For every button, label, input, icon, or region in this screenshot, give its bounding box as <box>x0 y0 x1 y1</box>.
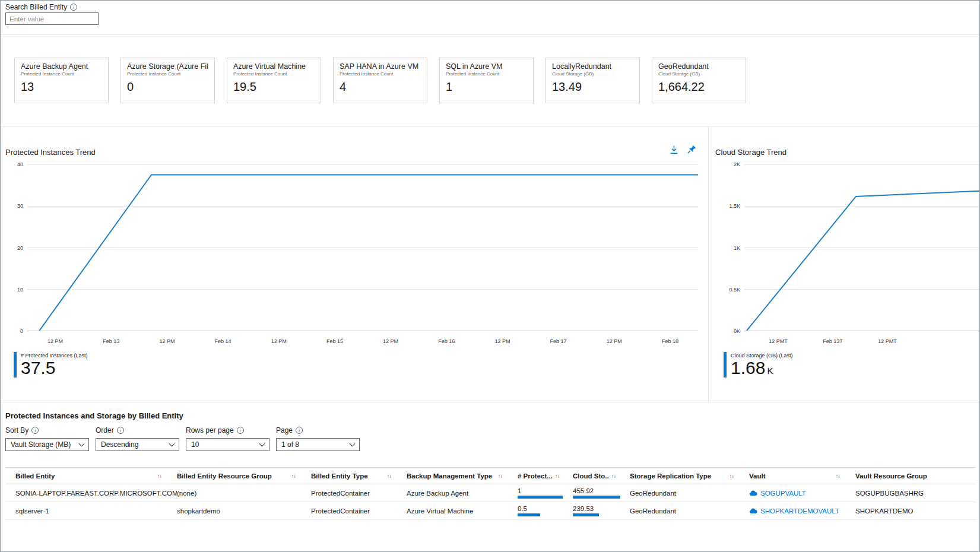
search-label-text: Search Billed Entity <box>5 3 67 11</box>
filter-rows-per-page: Rows per page i 10 <box>186 426 269 451</box>
sort-icon[interactable]: ↑↓ <box>291 472 296 479</box>
sort-icon[interactable]: ↑↓ <box>387 472 392 479</box>
card-title: SAP HANA in Azure VM <box>340 62 421 71</box>
page-dropdown[interactable]: 1 of 8 <box>276 438 360 451</box>
x-tick: Feb 17 <box>531 338 586 344</box>
search-input[interactable] <box>5 12 99 25</box>
rows-per-page-dropdown[interactable]: 10 <box>186 438 269 451</box>
legend-value: 37.5 <box>21 359 88 377</box>
resource-group-cell: (none) <box>177 490 311 497</box>
chart2-legend: Cloud Storage (GB) (Last) 1.68K <box>724 352 793 377</box>
pin-icon[interactable] <box>687 144 697 157</box>
chart1-plot-area <box>27 164 698 331</box>
filter-page: Page i 1 of 8 <box>276 426 360 451</box>
kpi-card-sql-in-vm: SQL in Azure VM Protected Instance Count… <box>439 58 534 103</box>
chart1-legend: # Protected Instances (Last) 37.5 <box>14 352 88 377</box>
order-dropdown[interactable]: Descending <box>96 438 179 451</box>
dropdown-value: 1 of 8 <box>281 440 299 449</box>
card-subtitle: Cloud Storage (GB) <box>552 71 633 77</box>
backup-report-page: Search Billed Entity i Azure Backup Agen… <box>0 0 980 552</box>
legend-value-unit: K <box>767 366 773 376</box>
sort-icon[interactable]: ↑↓ <box>157 472 162 479</box>
legend-value-number: 1.68 <box>731 358 765 377</box>
chart2-title: Cloud Storage Trend <box>715 148 786 157</box>
chart2-plot-area <box>744 164 979 331</box>
y-tick: 40 <box>17 161 23 167</box>
col-backup-mgmt-type-header[interactable]: Backup Management Type↑↓ <box>407 472 518 480</box>
x-tick: 12 PM <box>251 338 307 344</box>
card-value: 1,664.22 <box>658 80 740 94</box>
chevron-down-icon <box>169 440 175 446</box>
resource-group-cell: shopkartdemo <box>177 507 311 515</box>
protected-count-cell: 1 <box>518 487 573 499</box>
kpi-card-azure-backup-agent: Azure Backup Agent Protected Instance Co… <box>14 58 109 103</box>
entity-type-cell: ProtectedContainer <box>311 507 407 515</box>
legend-marker <box>14 352 17 377</box>
sort-icon[interactable]: ↑↓ <box>498 472 503 479</box>
sort-icon[interactable]: ↑↓ <box>555 472 560 479</box>
dropdown-value: Vault Storage (MB) <box>11 440 71 449</box>
col-replication-type-header[interactable]: Storage Replication Type↑↓ <box>630 472 749 480</box>
chart2-x-axis: 12 PMT Feb 13T 12 PMT <box>751 338 915 344</box>
billed-entity-cell: SONIA-LAPTOP.FAREAST.CORP.MICROSOFT.COM <box>15 490 177 497</box>
chart2-y-axis: 2K 1.5K 1K 0.5K 0K <box>722 164 740 331</box>
card-title: SQL in Azure VM <box>446 62 527 71</box>
col-entity-type-header[interactable]: Billed Entity Type↑↓ <box>311 472 407 480</box>
data-bar <box>573 513 599 516</box>
sort-by-dropdown[interactable]: Vault Storage (MB) <box>5 438 89 451</box>
filter-order: Order i Descending <box>96 426 179 451</box>
card-subtitle: Cloud Storage (GB) <box>658 71 740 77</box>
dropdown-value: Descending <box>101 440 138 449</box>
y-tick: 20 <box>17 245 23 251</box>
info-icon[interactable]: i <box>296 427 303 434</box>
x-tick: Feb 14 <box>195 338 251 344</box>
chart1-line-series <box>27 164 698 331</box>
col-vault-resource-group-header[interactable]: Vault Resource Group <box>855 472 976 480</box>
kpi-card-locally-redundant: LocallyRedundant Cloud Storage (GB) 13.4… <box>545 58 640 103</box>
table-row: sqlserver-1 shopkartdemo ProtectedContai… <box>5 502 976 520</box>
kpi-card-azure-storage: Azure Storage (Azure Fil... Protected In… <box>120 58 215 103</box>
sort-icon[interactable]: ↑↓ <box>611 472 616 479</box>
vault-link[interactable]: SOGUPVAULT <box>749 490 855 497</box>
col-resource-group-header[interactable]: Billed Entity Resource Group↑↓ <box>177 472 311 480</box>
filter-sort-by: Sort By i Vault Storage (MB) <box>5 426 89 451</box>
col-protected-count-header[interactable]: # Protect...↑↓ <box>518 472 573 480</box>
section-divider <box>1 126 979 126</box>
cloud-storage-cell: 239.53 <box>573 505 630 516</box>
dropdown-value: 10 <box>191 440 199 449</box>
sort-icon[interactable]: ↑↓ <box>730 472 734 479</box>
x-tick: Feb 13T <box>805 338 860 344</box>
x-tick: Feb 16 <box>418 338 474 344</box>
col-vault-header[interactable]: Vault↑↓ <box>749 472 855 480</box>
card-subtitle: Protected Instance Count <box>446 71 527 77</box>
y-tick: 2K <box>734 161 740 167</box>
kpi-cards-row: Azure Backup Agent Protected Instance Co… <box>14 58 746 103</box>
info-icon[interactable]: i <box>70 4 77 11</box>
col-billed-entity-header[interactable]: Billed Entity↑↓ <box>15 472 177 480</box>
billed-entity-section-title: Protected Instances and Storage by Bille… <box>5 411 183 420</box>
download-icon[interactable] <box>669 145 679 157</box>
chart-divider <box>708 126 709 402</box>
info-icon[interactable]: i <box>117 427 124 434</box>
x-tick: Feb 18 <box>642 338 698 344</box>
data-bar <box>573 496 620 499</box>
sort-icon[interactable]: ↑↓ <box>836 472 841 479</box>
y-tick: 0.5K <box>729 287 740 293</box>
backup-mgmt-type-cell: Azure Backup Agent <box>407 490 518 497</box>
y-tick: 30 <box>17 203 23 209</box>
vault-link[interactable]: SHOPKARTDEMOVAULT <box>749 507 855 515</box>
entity-type-cell: ProtectedContainer <box>311 490 407 497</box>
col-cloud-storage-header[interactable]: Cloud Sto..↑↓ <box>573 472 630 480</box>
table-filters: Sort By i Vault Storage (MB) Order i Des… <box>5 426 385 455</box>
info-icon[interactable]: i <box>31 427 39 434</box>
info-icon[interactable]: i <box>237 427 244 434</box>
x-tick: 12 PMT <box>860 338 915 344</box>
chart2-line-series <box>744 164 979 331</box>
x-tick: 12 PM <box>139 338 195 344</box>
section-divider <box>1 34 979 35</box>
y-tick: 1K <box>734 245 740 251</box>
section-divider <box>1 402 979 402</box>
protected-count-cell: 0.5 <box>518 505 573 516</box>
billed-entity-table: Billed Entity↑↓ Billed Entity Resource G… <box>5 467 976 520</box>
card-value: 13 <box>21 80 102 94</box>
